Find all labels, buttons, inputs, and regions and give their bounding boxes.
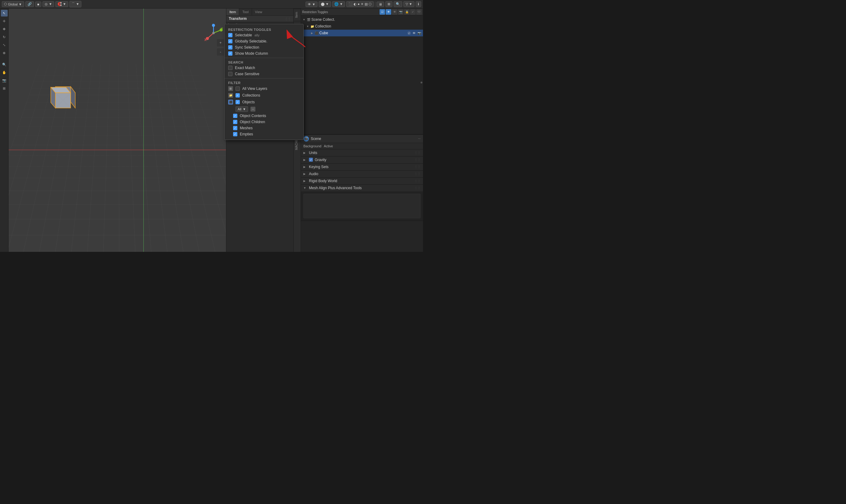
popup-dropdown-arrow: ▼ <box>243 107 246 111</box>
grab-btn[interactable]: ✋ <box>1 69 8 76</box>
popup-case-sensitive-checkbox[interactable] <box>228 72 232 76</box>
transform-tool-btn[interactable]: ⊕ <box>1 50 8 56</box>
popup-meshes-checkbox[interactable]: ✓ <box>233 126 237 130</box>
gravity-header[interactable]: ▶ ✓ Gravity ⋮⋮ <box>301 157 423 163</box>
rtoggle-shield[interactable]: 🛡 <box>416 9 422 15</box>
gravity-checkbox[interactable]: ✓ <box>309 158 313 162</box>
link-btn[interactable]: 🔗 <box>25 1 34 7</box>
all-view-layers-icon: ⊞ <box>228 86 233 91</box>
popup-all-view-layers-checkbox[interactable] <box>235 87 240 91</box>
cube-toggle-eye[interactable]: 👁 <box>412 31 417 35</box>
axis-line-horizontal <box>8 150 226 150</box>
mode-selector[interactable]: ⬡ Global ▼ <box>2 1 24 7</box>
popup-sync-checkbox[interactable]: ✓ <box>228 45 232 50</box>
render-mode-btns[interactable]: ⬛ ◐ ● ☀ ▤ ⬡ <box>346 1 374 7</box>
popup-show-mode-checkbox[interactable]: ✓ <box>228 51 232 56</box>
viewport-shading-btn[interactable]: 👁 ▼ <box>305 1 317 7</box>
scene-label: Scene <box>311 137 321 141</box>
xray-btn[interactable]: 🌐 ▼ <box>332 1 345 7</box>
rigid-body-header[interactable]: ▶ Rigid Body World ⋮⋮ <box>301 178 423 184</box>
cube-label: Cube <box>319 31 406 35</box>
popup-globally-selectable-item[interactable]: ✓ Globally Selectable. <box>225 38 303 44</box>
pivot-btn[interactable]: ◎ ▼ <box>42 1 54 7</box>
popup-filter-dropdown[interactable]: All ▼ <box>235 106 248 112</box>
keying-sets-arrow: ▶ <box>303 165 307 168</box>
popup-object-children-checkbox[interactable]: ✓ <box>233 120 237 124</box>
filter-btn[interactable]: ▽ ▼ <box>403 1 415 7</box>
rtoggle-lock[interactable]: 🔒 <box>404 9 409 15</box>
collections-icon: 📁 <box>228 93 233 98</box>
objects-icon: ⬛ <box>228 100 233 105</box>
rotate-tool-btn[interactable]: ↻ <box>1 34 8 40</box>
popup-all-view-layers-row: ⊞ All View Layers <box>225 85 303 92</box>
select-tool-btn[interactable]: ↖ <box>1 10 8 17</box>
tree-cube[interactable]: ▶ ⬛ Cube ☑ 👁 📷 <box>301 30 423 36</box>
tab-view[interactable]: View <box>252 8 265 15</box>
tab-tool[interactable]: Tool <box>239 8 252 15</box>
shape-btn[interactable]: ■ <box>35 1 41 7</box>
cube-toggle-select[interactable]: ☑ <box>406 31 411 35</box>
cube-arrow[interactable]: ▶ <box>310 31 314 35</box>
keying-sets-header[interactable]: ▶ Keying Sets ⋮⋮ <box>301 163 423 170</box>
cube-object[interactable] <box>45 84 81 118</box>
search-btn[interactable]: 🔍 <box>394 1 402 7</box>
gravity-section: ▶ ✓ Gravity ⋮⋮ <box>301 157 423 163</box>
collection-arrow[interactable]: ▼ <box>306 24 310 28</box>
rtoggle-hide[interactable]: 👁 <box>392 9 397 15</box>
mesh-align-header[interactable]: ▼ Mesh Align Plus Advanced Tools ⋮⋮ <box>301 185 423 191</box>
popup-object-contents-checkbox[interactable]: ✓ <box>233 114 237 118</box>
restriction-toggle-icons: ☑ 👁 👁 📷 🔒 ✓ 🛡 <box>380 9 422 15</box>
view-toggle-btn[interactable]: ⊞ <box>385 1 392 7</box>
overlay-btn[interactable]: ⬤ ▼ <box>319 1 331 7</box>
popup-object-children-item[interactable]: ✓ Object Children <box>225 119 303 125</box>
scene-options[interactable]: ··· <box>418 137 421 140</box>
audio-dots: ⋮⋮ <box>415 172 421 176</box>
popup-globally-selectable-checkbox[interactable]: ✓ <box>228 39 232 43</box>
popup-expand-btn[interactable]: ↔ <box>250 107 255 111</box>
camera-btn[interactable]: 📷 <box>1 77 8 84</box>
proportional-btn[interactable]: ⌒ ▼ <box>69 1 81 7</box>
rtoggle-check[interactable]: ✓ <box>410 9 416 15</box>
viewport-zoom-out[interactable]: - <box>217 48 224 56</box>
popup-meshes-item[interactable]: ✓ Meshes <box>225 125 303 131</box>
popup-objects-checkbox[interactable]: ✓ <box>235 100 240 104</box>
scale-tool-btn[interactable]: ⤡ <box>1 41 8 48</box>
audio-header[interactable]: ▶ Audio ⋮⋮ <box>301 170 423 177</box>
tab-item[interactable]: Item <box>226 8 239 15</box>
editor-type-btn[interactable]: 🖥 <box>376 1 384 7</box>
units-section: ▶ Units ⋮⋮ <box>301 149 423 157</box>
popup-object-children-label: Object Children <box>240 120 265 124</box>
cursor-tool-btn[interactable]: ✛ <box>1 18 8 24</box>
popup-empties-checkbox[interactable]: ✓ <box>233 132 237 136</box>
mesh-align-dots: ⋮⋮ <box>415 186 421 190</box>
popup-empties-item[interactable]: ✓ Empties <box>225 131 303 137</box>
rtoggle-camera[interactable]: 📷 <box>398 9 403 15</box>
rtoggle-select[interactable]: ☑ <box>380 9 385 15</box>
popup-sync-selection-item[interactable]: ✓ Sync Selection <box>225 44 303 50</box>
popup-exact-match-item[interactable]: Exact Match <box>225 65 303 71</box>
cube-toggle-camera[interactable]: 📷 <box>417 31 422 35</box>
popup-object-contents-item[interactable]: ✓ Object Contents <box>225 113 303 119</box>
popup-selectable-checkbox[interactable]: ✓ <box>228 33 232 37</box>
units-header[interactable]: ▶ Units ⋮⋮ <box>301 149 423 156</box>
viewport-zoom-in[interactable]: + <box>217 39 224 47</box>
vtab-item[interactable]: Item <box>294 8 301 21</box>
popup-exact-match-checkbox[interactable] <box>228 66 232 70</box>
rtoggle-eye[interactable]: 👁 <box>386 9 391 15</box>
popup-dropdown-label: All <box>237 107 241 111</box>
rigid-body-arrow: ▶ <box>303 179 307 182</box>
move-tool-btn[interactable]: ✥ <box>1 26 8 32</box>
grid-btn[interactable]: ⊞ <box>1 85 8 92</box>
popup-collections-checkbox[interactable]: ✓ <box>235 93 240 97</box>
scene-collection-arrow[interactable]: ▼ <box>302 18 306 21</box>
popup-case-sensitive-item[interactable]: Case Sensitive <box>225 71 303 77</box>
zoom-in-btn[interactable]: 🔍 <box>1 61 8 68</box>
mesh-align-section: ▼ Mesh Align Plus Advanced Tools ⋮⋮ <box>301 185 423 221</box>
popup-show-mode-item[interactable]: ✓ Show Mode Column <box>225 50 303 56</box>
tree-collection[interactable]: ▼ 📁 Collection <box>301 23 423 30</box>
tree-scene-collection[interactable]: ▼ 🎬 Scene Collect. <box>301 16 423 23</box>
viewport[interactable]: Z Y X + - <box>8 8 226 252</box>
popup-selectable-item[interactable]: ✓ Selectable ally <box>225 32 303 38</box>
info-btn[interactable]: ℹ <box>416 1 421 7</box>
snap-btn[interactable]: 🧲 ▼ <box>55 1 68 7</box>
